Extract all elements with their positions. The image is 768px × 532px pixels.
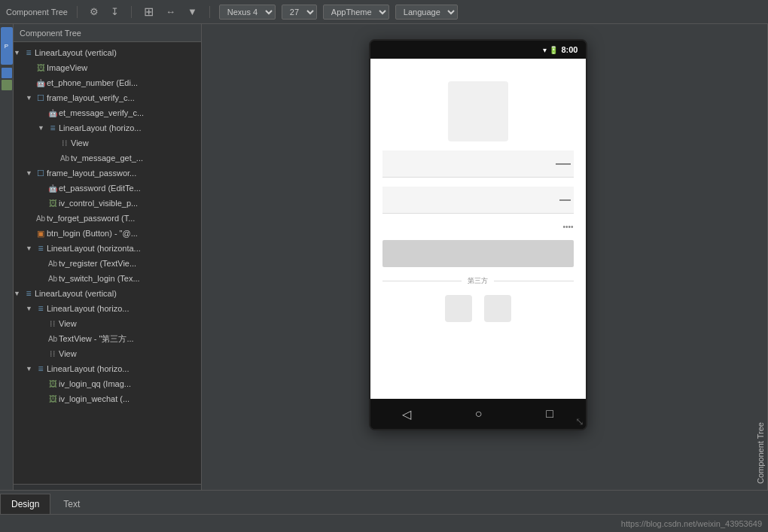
add-icon[interactable]: ↧	[108, 5, 122, 19]
tree-item[interactable]: 🖼iv_login_qq (Imag...	[14, 376, 201, 391]
tree-node-label: LinearLayout (horizo...	[59, 123, 141, 132]
tree-arrow: ▼	[26, 245, 35, 252]
tree-node-icon: 🖼	[47, 379, 59, 388]
tree-node-label: LinearLayout (vertical)	[35, 48, 117, 57]
tree-node-icon: ≡	[35, 363, 47, 374]
recent-nav-icon: □	[546, 407, 553, 421]
tree-node-icon: ▣	[35, 229, 47, 239]
tree-node-label: LinearLayout (vertical)	[35, 289, 117, 298]
phone-screen-content: •••• 第三方	[370, 59, 586, 399]
tree-item[interactable]: 🖼iv_control_visible_p...	[14, 196, 201, 211]
tree-item[interactable]: ▼≡LinearLayout (horizonta...	[14, 241, 201, 256]
toolbar-separator	[77, 6, 78, 18]
tree-node-icon: 🤖	[35, 78, 47, 87]
tree-item[interactable]: AbTextView - "第三方...	[14, 331, 201, 346]
status-icons: ▾ 🔋	[543, 46, 558, 54]
api-selector[interactable]: 27	[282, 5, 317, 20]
social-login-row	[382, 295, 574, 322]
tree-node-label: tv_switch_login (Tex...	[59, 274, 140, 283]
tree-item[interactable]: ▼≡LinearLayout (vertical)	[14, 45, 201, 60]
resize-handle[interactable]: ⤡	[575, 415, 584, 427]
wifi-icon: ▾	[543, 46, 547, 54]
tree-item[interactable]: Abtv_message_get_...	[14, 150, 201, 166]
tree-arrow: ▼	[26, 94, 35, 102]
bottom-tabs: Design Text	[0, 490, 768, 514]
tree-node-icon: 🤖	[47, 184, 59, 193]
home-nav-icon: ○	[475, 407, 483, 421]
tree-item[interactable]: 🖼iv_login_wechat (...	[14, 391, 201, 406]
palette-green-icon[interactable]	[2, 80, 12, 90]
password-input-field	[382, 187, 574, 214]
phone-input-field	[382, 150, 574, 178]
tree-node-icon: Ab	[47, 274, 59, 283]
tree-item[interactable]: ⁞⁞View	[14, 316, 201, 331]
design-area: ▾ 🔋 8:00 •••• 第三方	[202, 24, 754, 490]
login-button-mock	[382, 240, 574, 267]
main-area: P Component Tree ▼≡LinearLayout (vertica…	[0, 24, 768, 490]
tree-item[interactable]: 🖼ImageView	[14, 60, 201, 75]
scrollbar-area[interactable]	[14, 484, 201, 490]
tree-node-label: tv_forget_password (T...	[47, 214, 135, 223]
arrow-down-icon[interactable]: ▼	[184, 5, 200, 19]
phone-mockup: ▾ 🔋 8:00 •••• 第三方	[369, 39, 587, 430]
tree-item[interactable]: 🤖et_password (EditTe...	[14, 181, 201, 196]
tree-item[interactable]: ⁞⁞View	[14, 135, 201, 150]
tree-item[interactable]: ▼≡LinearLayout (horizo...	[14, 361, 201, 376]
tree-item[interactable]: 🤖et_message_verify_c...	[14, 105, 201, 120]
tree-node-label: View	[71, 138, 89, 147]
app-logo	[448, 81, 508, 141]
tree-item[interactable]: ▣btn_login (Button) - "@...	[14, 226, 201, 241]
divider-row: 第三方	[382, 276, 574, 286]
tree-item[interactable]: ▼☐frame_layout_passwor...	[14, 166, 201, 181]
pan-icon[interactable]: ⊞	[141, 3, 157, 20]
tree-node-label: View	[59, 319, 77, 328]
tree-item[interactable]: Abtv_switch_login (Tex...	[14, 271, 201, 286]
signal-icon: 🔋	[549, 46, 558, 54]
palette-bar: P	[0, 24, 14, 490]
tree-node-icon: ≡	[47, 123, 59, 133]
tree-node-label: TextView - "第三方...	[59, 333, 134, 345]
tree-item[interactable]: ▼≡LinearLayout (vertical)	[14, 286, 201, 301]
device-selector[interactable]: Nexus 4	[219, 5, 276, 20]
theme-selector[interactable]: AppTheme	[323, 5, 389, 20]
qq-icon	[445, 295, 472, 322]
settings-icon[interactable]: ⚙	[87, 5, 102, 19]
tree-node-label: et_password (EditTe...	[59, 184, 141, 193]
tree-item[interactable]: ⁞⁞View	[14, 346, 201, 361]
tree-node-label: iv_control_visible_p...	[59, 199, 138, 208]
component-tree-title: Component Tree	[20, 29, 81, 38]
tree-arrow: ▼	[26, 365, 35, 372]
tree-node-icon: ≡	[35, 303, 47, 314]
tree-node-icon: 🤖	[47, 108, 59, 117]
tree-item[interactable]: ▼☐frame_layout_verify_c...	[14, 90, 201, 105]
palette-icon[interactable]: P	[1, 27, 13, 65]
tree-node-icon: ≡	[35, 243, 47, 254]
tree-node-icon: Ab	[35, 214, 47, 223]
wechat-icon	[484, 295, 511, 322]
tree-node-icon: 🖼	[35, 63, 47, 72]
tree-node-icon: 🖼	[47, 394, 59, 403]
tree-arrow: ▼	[14, 290, 23, 297]
palette-small-icon[interactable]	[2, 68, 12, 78]
tree-item[interactable]: 🤖et_phone_number (Edi...	[14, 75, 201, 90]
component-tree-content: ▼≡LinearLayout (vertical) 🖼ImageView 🤖et…	[14, 42, 201, 484]
tree-item[interactable]: Abtv_register (TextVie...	[14, 256, 201, 271]
arrow-left-icon[interactable]: ↔	[163, 5, 178, 19]
language-selector[interactable]: Language	[395, 5, 458, 20]
tree-item[interactable]: ▼≡LinearLayout (horizo...	[14, 301, 201, 316]
tree-item[interactable]: Abtv_forget_password (T...	[14, 211, 201, 226]
divider-left	[382, 281, 462, 281]
tree-arrow: ▼	[26, 305, 35, 312]
tree-node-icon: 🖼	[47, 199, 59, 208]
tab-text[interactable]: Text	[52, 494, 91, 514]
tree-node-label: iv_login_qq (Imag...	[59, 379, 131, 388]
tab-design[interactable]: Design	[0, 494, 50, 514]
tree-node-icon: ⁞⁞	[47, 349, 59, 359]
component-tree-side-label[interactable]: Component Tree	[754, 24, 768, 490]
status-url: https://blog.csdn.net/weixin_43953649	[621, 519, 762, 528]
tree-node-label: et_message_verify_c...	[59, 108, 144, 117]
tree-node-label: et_phone_number (Edi...	[47, 78, 138, 87]
tree-node-label: LinearLayout (horizonta...	[47, 244, 141, 253]
tree-arrow: ▼	[26, 169, 35, 177]
tree-item[interactable]: ▼≡LinearLayout (horizo...	[14, 120, 201, 135]
